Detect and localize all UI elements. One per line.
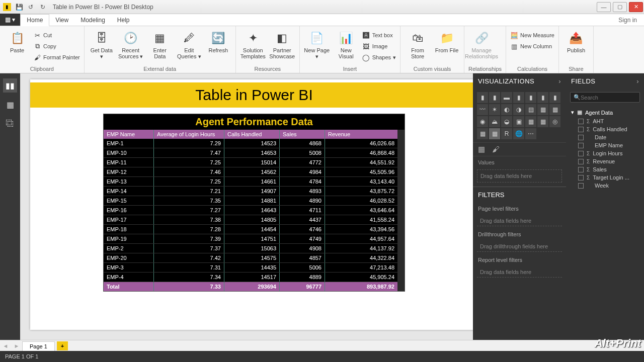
tab-modeling[interactable]: Modeling (74, 15, 111, 26)
partner-showcase-button[interactable]: ◧Partner Showcase (269, 28, 295, 59)
checkbox-icon[interactable] (578, 159, 584, 164)
save-icon[interactable]: 💾 (14, 4, 24, 11)
table-row[interactable]: EMP-147.2114907489343,875.72 (104, 187, 397, 196)
redo-icon[interactable]: ↻ (38, 4, 48, 11)
drill-filters-drop[interactable]: Drag drillthrough fields here (477, 241, 562, 252)
viz-type-icon[interactable]: ▦ (489, 128, 500, 139)
tab-view[interactable]: View (49, 15, 74, 26)
enter-data-button[interactable]: ▦Enter Data (147, 28, 173, 59)
col-revenue[interactable]: Revenue (325, 130, 397, 139)
manage-relationships-button[interactable]: 🔗Manage Relationships (468, 28, 495, 59)
fields-mode-icon[interactable]: ▦ (478, 145, 485, 154)
viz-type-icon[interactable]: ◐ (501, 104, 512, 115)
viz-type-icon[interactable]: ▮ (513, 92, 524, 103)
viz-type-icon[interactable]: ▦ (477, 128, 488, 139)
col-calls[interactable]: Calls Handled (224, 130, 280, 139)
table-row[interactable]: EMP-157.3514881489046,028.52 (104, 196, 397, 206)
table-row[interactable]: EMP-37.3114435500647,213.48 (104, 263, 397, 273)
recent-sources-button[interactable]: 🕑Recent Sources ▾ (118, 28, 144, 59)
table-row[interactable]: EMP-127.4614562498445,505.96 (104, 167, 397, 177)
viz-type-icon[interactable]: ✶ (489, 104, 500, 115)
new-measure-button[interactable]: 🧮New Measure (510, 30, 554, 40)
table-row[interactable]: EMP-27.3715063490844,137.92 (104, 244, 397, 253)
viz-type-icon[interactable]: R (501, 128, 512, 139)
get-data-button[interactable]: 🗄Get Data ▾ (89, 28, 115, 59)
checkbox-icon[interactable] (578, 183, 584, 189)
search-input[interactable] (581, 95, 644, 101)
viz-type-icon[interactable]: ◉ (477, 116, 488, 127)
viz-type-icon[interactable]: ▬ (501, 92, 512, 103)
page-filters-drop[interactable]: Drag data fields here (477, 216, 562, 226)
viz-type-icon[interactable]: ▮ (525, 92, 536, 103)
minimize-button[interactable]: — (597, 2, 611, 12)
table-visual[interactable]: Agent Performance Data EMP Name Average … (103, 114, 405, 292)
canvas-area[interactable]: Table in Power BI Agent Performance Data… (20, 73, 473, 340)
viz-type-icon[interactable]: ▦ (537, 104, 548, 115)
table-row[interactable]: EMP-167.2714643471143,646.64 (104, 206, 397, 215)
maximize-button[interactable]: ▢ (613, 2, 627, 12)
table-row[interactable]: EMP-117.2515014477244,551.92 (104, 158, 397, 167)
fields-header[interactable]: FIELDS› (566, 73, 644, 89)
field-item[interactable]: Week (566, 182, 644, 190)
format-painter-button[interactable]: 🖌Format Painter (33, 52, 80, 62)
viz-type-icon[interactable]: ▦ (537, 116, 548, 127)
viz-type-icon[interactable]: ◒ (501, 116, 512, 127)
visualizations-header[interactable]: VISUALIZATIONS› (473, 73, 566, 89)
viz-type-icon[interactable]: ▮ (537, 92, 548, 103)
edit-queries-button[interactable]: 🖉Edit Queries ▾ (176, 28, 202, 59)
viz-type-icon[interactable]: 🌐 (513, 128, 524, 139)
report-canvas[interactable]: Table in Power BI Agent Performance Data… (30, 79, 473, 330)
field-item[interactable]: ΣTarget Login ... (566, 173, 644, 182)
viz-type-icon[interactable]: ▮ (477, 92, 488, 103)
field-item[interactable]: ΣSales (566, 165, 644, 173)
model-view-button[interactable]: ⿻ (3, 117, 17, 131)
viz-type-icon[interactable]: ▮ (549, 92, 560, 103)
viz-type-icon[interactable]: ◎ (549, 116, 560, 127)
close-button[interactable]: ✕ (629, 2, 643, 12)
table-row[interactable]: EMP-177.3814805443741,558.24 (104, 215, 397, 225)
field-item[interactable]: EMP Name (566, 141, 644, 149)
field-table-node[interactable]: ▾ ▦ Agent Data (566, 108, 644, 117)
report-filters-drop[interactable]: Drag data fields here (477, 267, 562, 278)
fields-search[interactable]: 🔍 (570, 92, 640, 103)
table-scrollbar[interactable] (397, 130, 405, 291)
checkbox-icon[interactable] (578, 151, 584, 156)
new-page-button[interactable]: 📄New Page ▾ (304, 28, 330, 59)
file-tab[interactable]: ▦ ▾ (0, 14, 20, 26)
viz-type-icon[interactable]: ▣ (513, 116, 524, 127)
col-sales[interactable]: Sales (280, 130, 325, 139)
sign-in-link[interactable]: Sign in (616, 15, 639, 26)
text-box-button[interactable]: 🅰Text box (362, 30, 396, 40)
tab-home[interactable]: Home (20, 14, 49, 26)
paste-button[interactable]: 📋 Paste (4, 28, 30, 53)
table-row[interactable]: EMP-137.2514661478443,143.40 (104, 177, 397, 187)
table-row[interactable]: EMP-107.4714653500846,868.48 (104, 148, 397, 158)
table-row[interactable]: EMP-17.2914523486846,026.68 (104, 139, 397, 148)
col-login-hours[interactable]: Average of Login Hours (154, 130, 224, 139)
undo-icon[interactable]: ↺ (26, 4, 36, 11)
page-tab-1[interactable]: Page 1 (22, 341, 55, 351)
viz-type-icon[interactable]: ▮ (489, 92, 500, 103)
field-item[interactable]: ΣCalls Handled (566, 125, 644, 133)
copy-button[interactable]: ⧉Copy (33, 41, 80, 51)
table-row[interactable]: EMP-47.3414517488945,905.24 (104, 273, 397, 282)
table-row[interactable]: EMP-207.4214575485744,322.84 (104, 253, 397, 263)
refresh-button[interactable]: 🔄Refresh (205, 28, 231, 53)
title-banner[interactable]: Table in Power BI (30, 82, 473, 108)
from-file-button[interactable]: 📁From File (434, 28, 460, 53)
format-mode-icon[interactable]: 🖌 (492, 145, 500, 154)
viz-type-icon[interactable]: ⋯ (525, 128, 536, 139)
field-item[interactable]: ΣLogin Hours (566, 149, 644, 157)
checkbox-icon[interactable] (578, 175, 584, 180)
viz-type-icon[interactable]: ▤ (525, 104, 536, 115)
image-button[interactable]: 🖼Image (362, 41, 396, 51)
field-item[interactable]: ΣRevenue (566, 157, 644, 165)
checkbox-icon[interactable] (578, 127, 584, 132)
checkbox-icon[interactable] (578, 167, 584, 172)
shapes-button[interactable]: ◯Shapes ▾ (362, 52, 396, 62)
viz-type-icon[interactable]: ▦ (549, 104, 560, 115)
viz-type-icon[interactable]: 〰 (477, 104, 488, 115)
col-emp-name[interactable]: EMP Name (104, 130, 154, 139)
table-row[interactable]: EMP-187.2814454474643,394.56 (104, 225, 397, 234)
solution-templates-button[interactable]: ✦Solution Templates (240, 28, 266, 59)
